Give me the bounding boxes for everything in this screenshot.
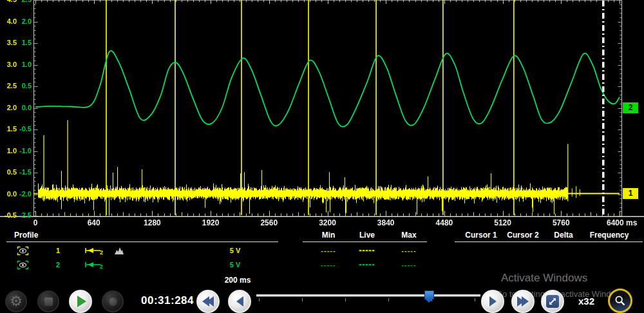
channel-1-max-value: ----- xyxy=(401,247,416,254)
y-axis-tick-ch2: 1.5 xyxy=(17,39,32,47)
record-button[interactable] xyxy=(102,290,124,312)
x-axis-tick: 5760 xyxy=(542,218,580,227)
y-axis-tick-ch2: 0.0 xyxy=(17,104,32,112)
play-icon xyxy=(77,296,86,307)
y-axis-tick-ch1: 0.5 xyxy=(3,168,17,176)
rewind-button[interactable] xyxy=(196,290,220,313)
channel-1-marker[interactable]: 1 xyxy=(623,188,638,199)
step-forward-button[interactable] xyxy=(481,290,504,313)
y-axis-tick-ch1: 2.5 xyxy=(3,82,17,90)
column-header-min: Min xyxy=(322,231,336,240)
activate-windows-watermark: Activate Windows xyxy=(501,272,587,285)
play-button[interactable] xyxy=(69,290,92,313)
channel-1-range[interactable]: 5 V xyxy=(230,247,241,254)
playback-time: 00:31:284 xyxy=(140,294,194,307)
stop-button[interactable] xyxy=(37,290,59,312)
profile-label: Profile xyxy=(14,231,38,240)
channel-2-max-value: ----- xyxy=(401,261,416,269)
transport-toolbar: ⚙ 00:31:284 xyxy=(0,287,644,313)
slider-tick xyxy=(475,298,475,301)
column-header-live: Live xyxy=(359,231,375,240)
channel-2-min-value: ----- xyxy=(321,261,336,269)
record-icon xyxy=(109,298,117,306)
oscilloscope-app: 2 1 4.54.03.53.02.52.01.51.00.50.0-0.52.… xyxy=(0,0,644,313)
x-axis-tick: 3840 xyxy=(366,218,405,227)
x-axis-tick: 1280 xyxy=(133,218,171,227)
y-axis-tick-ch2: -1.5 xyxy=(17,168,32,176)
y-axis-tick-ch2: 2.0 xyxy=(17,17,32,26)
step-back-button[interactable] xyxy=(228,290,251,313)
x-axis-tick: 0 xyxy=(16,218,55,227)
divider xyxy=(6,242,278,242)
visibility-toggle-channel-1[interactable] xyxy=(17,246,29,256)
zoom-factor-label: x32 xyxy=(578,296,594,307)
y-axis-tick-ch2: 0.5 xyxy=(17,82,32,90)
y-axis-tick-ch1: 0.0 xyxy=(3,190,17,198)
stop-icon xyxy=(44,298,53,306)
expand-arrows-icon xyxy=(546,295,559,308)
y-axis-tick-ch1: 4.0 xyxy=(3,17,17,26)
column-header-cursor1: Cursor 1 xyxy=(465,231,497,240)
channel-1-number: 1 xyxy=(56,247,60,254)
y-axis-tick-ch1: 1.0 xyxy=(3,147,17,155)
y-axis-tick-ch1: 4.5 xyxy=(3,0,17,4)
column-header-delta: Delta xyxy=(554,231,573,240)
channel-2-row: 2 2 5 V ----- ----- ----- xyxy=(0,259,644,272)
y-axis-tick-ch1: 2.0 xyxy=(3,104,17,112)
column-header-cursor2: Cursor 2 xyxy=(507,231,538,240)
channel-2-number: 2 xyxy=(56,261,60,269)
slider-tick xyxy=(388,298,389,301)
x-axis-tick: 5120 xyxy=(484,218,522,227)
channel-1-live-value: ----- xyxy=(359,246,375,255)
channel-1-row: 1 2 5 V ----- ----- ----- xyxy=(0,245,644,258)
probe-settings-channel-2[interactable]: 2 xyxy=(84,260,104,270)
probe-icon: 2 xyxy=(84,246,104,256)
x-axis-tick: 3200 xyxy=(308,218,347,227)
y-axis-tick-ch1: 3.5 xyxy=(3,39,17,47)
y-axis-tick-ch2: -0.5 xyxy=(17,125,32,133)
slider-tick xyxy=(302,298,303,301)
y-axis-tick-ch1: 1.5 xyxy=(3,125,17,133)
slider-track[interactable] xyxy=(256,294,480,297)
column-header-max: Max xyxy=(401,231,416,240)
position-slider[interactable] xyxy=(254,290,482,307)
divider xyxy=(303,242,427,242)
probe-settings-channel-1[interactable]: 2 xyxy=(84,246,104,256)
fullscreen-button[interactable] xyxy=(541,290,564,313)
timebase-value[interactable]: 200 ms xyxy=(225,276,251,285)
x-axis-tick: 4480 xyxy=(425,218,464,227)
x-axis-tick: 6400 ms xyxy=(607,218,644,227)
gear-icon: ⚙ xyxy=(10,294,23,308)
channel-2-live-value: ----- xyxy=(359,260,375,269)
slider-tick xyxy=(345,298,346,301)
waveform-plot: 2 1 4.54.03.53.02.52.01.51.00.50.0-0.52.… xyxy=(0,0,644,228)
column-header-frequency: Frequency xyxy=(590,231,629,240)
eye-icon xyxy=(17,260,29,270)
y-axis-tick-ch1: -0.5 xyxy=(3,211,17,220)
probe-icon: 2 xyxy=(84,260,104,270)
trigger-channel-1[interactable] xyxy=(114,246,124,255)
y-axis-tick-ch2: -2.0 xyxy=(17,190,32,198)
channel-2-marker[interactable]: 2 xyxy=(623,102,638,113)
y-axis-tick-ch2: -1.0 xyxy=(17,147,32,155)
channel-1-min-value: ----- xyxy=(321,247,336,254)
peaks-icon xyxy=(114,246,124,255)
chevron-right-icon xyxy=(489,296,497,307)
svg-text:2: 2 xyxy=(100,263,103,270)
y-axis-tick-ch2: 1.0 xyxy=(17,61,32,69)
slider-tick xyxy=(259,298,260,301)
waveform-canvas[interactable] xyxy=(0,0,644,217)
channel-2-range[interactable]: 5 V xyxy=(230,261,241,269)
x-axis-tick: 640 xyxy=(75,218,113,227)
x-axis-tick: 1920 xyxy=(191,218,230,227)
svg-text:2: 2 xyxy=(100,249,103,256)
magnifier-icon xyxy=(614,294,627,308)
settings-button[interactable]: ⚙ xyxy=(5,290,27,312)
slider-thumb[interactable] xyxy=(424,290,434,299)
y-axis-tick-ch1: 3.0 xyxy=(3,61,17,69)
chevron-left-icon xyxy=(236,296,243,307)
divider xyxy=(455,242,643,242)
visibility-toggle-channel-2[interactable] xyxy=(17,260,29,270)
fast-forward-button[interactable] xyxy=(511,290,535,313)
zoom-button[interactable] xyxy=(608,289,632,313)
